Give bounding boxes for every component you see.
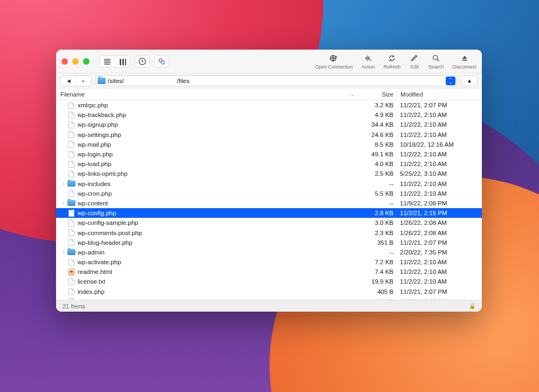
- file-row[interactable]: license.txt19.9 KB11/2/22, 2:10 AM: [56, 277, 482, 286]
- nav-segment: ◀ ▶: [60, 75, 92, 86]
- file-name: readme.html: [78, 269, 358, 275]
- ftp-window: Open Connection Action Refresh Edit Sear…: [56, 50, 482, 312]
- column-size[interactable]: Size: [358, 91, 397, 98]
- file-name: wp-load.php: [78, 161, 358, 167]
- file-row[interactable]: wp-config.php2.8 KB11/2/21, 2:15 PM: [56, 208, 482, 218]
- file-icon: [67, 160, 75, 168]
- nav-forward-button[interactable]: ▶: [76, 76, 91, 86]
- path-field[interactable]: /sites/ /files: [95, 75, 458, 86]
- file-name: license.txt: [78, 278, 358, 285]
- file-modified: 11/2/21, 2:07 PM: [397, 102, 478, 108]
- file-size: 2.8 KB: [358, 210, 397, 216]
- nav-back-button[interactable]: ◀: [61, 76, 76, 86]
- refresh-icon: [386, 53, 397, 63]
- nav-up-button[interactable]: ▲: [461, 75, 478, 86]
- file-row[interactable]: ›wp-includes--11/2/22, 2:10 AM: [56, 179, 482, 189]
- file-name: wp-login.php: [78, 151, 358, 157]
- column-modified-label: Modified: [400, 91, 423, 98]
- path-segment-2: /files: [177, 78, 190, 84]
- file-row[interactable]: wp-links-opml.php2.5 KB5/25/22, 3:10 AM: [56, 169, 482, 178]
- pathbar: ◀ ▶ /sites/ /files ▲: [56, 73, 482, 88]
- column-filename-label: Filename: [60, 91, 85, 98]
- file-icon: [67, 121, 75, 128]
- view-list-icon[interactable]: [100, 56, 115, 67]
- file-modified: 11/9/22, 2:08 PM: [397, 200, 478, 207]
- file-row[interactable]: index.php405 B11/2/21, 2:07 PM: [56, 287, 482, 297]
- column-headers: Filename ⌄ Size Modified: [56, 88, 482, 100]
- gear-icon: [363, 53, 374, 63]
- open-connection-button[interactable]: Open Connection: [315, 53, 353, 70]
- search-label: Search: [429, 64, 444, 70]
- file-list[interactable]: xmlrpc.php3.2 KB11/2/21, 2:07 PMwp-track…: [56, 100, 482, 300]
- refresh-label: Refresh: [383, 64, 400, 70]
- file-name: wp-includes: [78, 181, 358, 187]
- file-row[interactable]: wp-load.php4.0 KB11/2/22, 2:10 AM: [56, 159, 482, 169]
- svg-rect-1: [122, 59, 124, 65]
- file-row[interactable]: wp-trackback.php4.9 KB11/2/22, 2:10 AM: [56, 110, 482, 120]
- file-size: 4.9 KB: [358, 112, 397, 118]
- file-row[interactable]: wp-cron.php5.5 KB11/2/22, 2:10 AM: [56, 189, 482, 198]
- file-size: --: [358, 249, 397, 256]
- zoom-window-button[interactable]: [83, 58, 89, 65]
- file-modified: 1/26/22, 2:08 AM: [397, 219, 478, 226]
- disclosure-triangle-icon[interactable]: ›: [60, 181, 67, 187]
- file-row[interactable]: wp-blog-header.php351 B11/2/21, 2:07 PM: [56, 238, 482, 247]
- file-size: --: [358, 181, 397, 187]
- disclosure-triangle-icon[interactable]: ›: [60, 201, 67, 206]
- file-modified: 11/2/21, 2:07 PM: [397, 239, 478, 246]
- eject-icon: [459, 53, 470, 63]
- file-row[interactable]: wp-activate.php7.2 KB11/2/22, 2:10 AM: [56, 257, 482, 267]
- file-row[interactable]: wp-comments-post.php2.3 KB1/26/22, 2:08 …: [56, 228, 482, 237]
- file-icon: [67, 209, 75, 217]
- file-modified: 5/25/22, 3:10 AM: [397, 170, 478, 177]
- file-row[interactable]: ›wp-content--11/9/22, 2:08 PM: [56, 198, 482, 208]
- file-icon: [67, 141, 75, 148]
- sort-indicator-icon: ⌄: [350, 92, 355, 97]
- file-row[interactable]: xmlrpc.php3.2 KB11/2/21, 2:07 PM: [56, 100, 482, 110]
- file-modified: 11/2/22, 2:10 AM: [397, 132, 478, 138]
- file-modified: 1/26/22, 2:08 AM: [397, 230, 478, 236]
- view-column-icon[interactable]: [115, 56, 130, 67]
- disclosure-triangle-icon[interactable]: ›: [60, 250, 67, 255]
- column-filename[interactable]: Filename ⌄: [60, 91, 358, 98]
- column-modified[interactable]: Modified: [397, 91, 478, 98]
- action-button[interactable]: Action: [361, 53, 375, 70]
- file-row[interactable]: wp-settings.php24.6 KB11/2/22, 2:10 AM: [56, 130, 482, 140]
- file-row[interactable]: wp-mail.php8.5 KB10/18/22, 12:16 AM: [56, 140, 482, 149]
- minimize-window-button[interactable]: [72, 58, 79, 65]
- file-icon: [67, 219, 75, 226]
- history-icon[interactable]: [135, 56, 150, 67]
- refresh-button[interactable]: Refresh: [383, 53, 400, 70]
- path-dropdown-icon[interactable]: [446, 77, 455, 85]
- file-modified: 11/2/22, 2:10 AM: [397, 269, 478, 275]
- disconnect-button[interactable]: Disconnect: [452, 53, 476, 70]
- file-modified: 2/20/22, 7:35 PM: [397, 249, 478, 256]
- svg-point-8: [433, 55, 438, 59]
- file-icon: [67, 111, 75, 119]
- edit-button[interactable]: Edit: [409, 53, 420, 70]
- file-size: --: [358, 200, 397, 207]
- file-modified: 11/2/22, 2:10 AM: [397, 151, 478, 157]
- file-name: wp-activate.php: [78, 259, 358, 265]
- file-size: 7.4 KB: [358, 269, 397, 275]
- file-row[interactable]: wp-signup.php34.4 KB11/2/22, 2:10 AM: [56, 120, 482, 129]
- file-modified: 11/2/21, 2:07 PM: [397, 288, 478, 295]
- search-button[interactable]: Search: [429, 53, 444, 70]
- pencil-icon: [409, 53, 420, 63]
- file-name: index.php: [78, 288, 358, 295]
- sync-icon[interactable]: [154, 56, 169, 67]
- globe-plus-icon: [328, 53, 339, 63]
- file-name: wp-settings.php: [78, 132, 358, 138]
- file-size: 3.2 KB: [358, 102, 397, 108]
- path-segment-1: /sites/: [108, 78, 124, 84]
- file-icon: [67, 131, 75, 139]
- folder-icon: [67, 200, 75, 207]
- file-row[interactable]: wp-login.php49.1 KB11/2/22, 2:10 AM: [56, 149, 482, 159]
- close-window-button[interactable]: [61, 58, 68, 65]
- file-row[interactable]: wp-config-sample.php3.0 KB1/26/22, 2:08 …: [56, 218, 482, 228]
- file-row[interactable]: readme.html7.4 KB11/2/22, 2:10 AM: [56, 267, 482, 277]
- file-size: 7.2 KB: [358, 259, 397, 265]
- open-connection-label: Open Connection: [315, 64, 353, 70]
- file-row[interactable]: ›wp-admin--2/20/22, 7:35 PM: [56, 247, 482, 257]
- file-size: 3.0 KB: [358, 219, 397, 226]
